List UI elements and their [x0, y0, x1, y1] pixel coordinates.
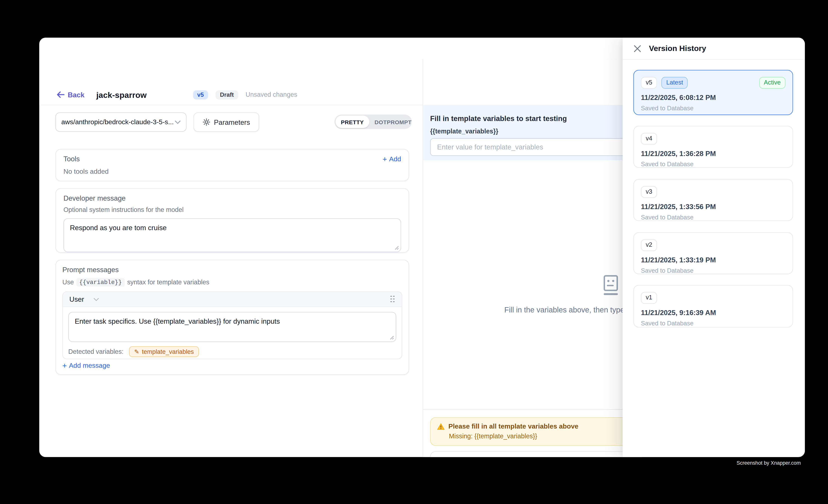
format-toggle: PRETTY DOTPROMPT [334, 115, 412, 129]
page-title: jack-sparrow [96, 90, 147, 99]
message-role-select[interactable]: User [70, 295, 84, 303]
version-card-v3[interactable]: v3 11/21/2025, 1:33:56 PM Saved to Datab… [633, 179, 793, 221]
model-selector[interactable]: aws/anthropic/bedrock-claude-3-5-s... [55, 112, 187, 132]
developer-message-title: Developer message [64, 194, 401, 202]
back-button[interactable]: Back [57, 90, 84, 99]
add-tool-button[interactable]: + Add [382, 155, 401, 163]
tools-card: Tools + Add No tools added [55, 149, 409, 181]
developer-message-subtitle: Optional system instructions for the mod… [64, 206, 401, 213]
version-timestamp: 11/21/2025, 1:36:28 PM [641, 149, 786, 157]
version-timestamp: 11/22/2025, 6:08:12 PM [641, 93, 786, 101]
back-label: Back [68, 90, 84, 99]
pencil-icon: ✎ [134, 349, 139, 354]
plus-icon: + [62, 362, 67, 370]
syntax-suffix: syntax for template variables [127, 279, 209, 286]
developer-message-card: Developer message Optional system instru… [55, 188, 409, 253]
chevron-down-icon [175, 120, 181, 124]
version-card-v5[interactable]: v5 Latest Active 11/22/2025, 6:08:12 PM … [633, 70, 793, 115]
bot-face-icon [601, 274, 621, 296]
arrow-left-icon [57, 91, 65, 98]
version-timestamp: 11/21/2025, 1:33:56 PM [641, 203, 786, 211]
latest-badge: Latest [661, 77, 688, 88]
version-chip: v1 [641, 292, 657, 303]
resize-handle-icon[interactable] [395, 246, 399, 250]
message-input[interactable]: Enter task specifics. Use {{template_var… [68, 312, 396, 342]
add-message-button[interactable]: + Add message [62, 362, 110, 370]
detected-variables-row: Detected variables: ✎ template_variables [68, 346, 402, 357]
warning-title: Please fill in all template variables ab… [448, 423, 578, 430]
variable-code-chip: {{variable}} [77, 278, 125, 287]
chat-input-box[interactable] [430, 451, 642, 457]
prompt-messages-title: Prompt messages [62, 265, 402, 274]
version-badge: v5 [193, 90, 208, 99]
template-variable-chip[interactable]: ✎ template_variables [129, 346, 199, 357]
app-window: Back jack-sparrow v5 Draft Unsaved chang… [39, 38, 805, 457]
version-timestamp: 11/21/2025, 9:16:39 AM [641, 308, 786, 317]
version-card-v1[interactable]: v1 11/21/2025, 9:16:39 AM Saved to Datab… [633, 285, 793, 328]
prompt-header: Back jack-sparrow v5 Draft Unsaved chang… [39, 59, 423, 106]
version-chip: v4 [641, 133, 657, 144]
message-block: User Enter task specifics. Use {{templat… [62, 292, 402, 359]
model-selector-value: aws/anthropic/bedrock-claude-3-5-s... [61, 118, 175, 126]
template-variable-name: template_variables [142, 348, 194, 355]
message-value: Enter task specifics. Use {{template_var… [75, 317, 280, 325]
watermark-text: Screenshot by Xnapper.com [737, 460, 801, 466]
tools-title: Tools [64, 155, 80, 163]
add-tool-label: Add [389, 155, 401, 163]
draft-badge: Draft [216, 90, 238, 99]
message-header: User [63, 292, 402, 307]
version-card-v2[interactable]: v2 11/21/2025, 1:33:19 PM Saved to Datab… [633, 232, 793, 274]
version-chip: v2 [641, 239, 657, 251]
add-message-label: Add message [69, 362, 110, 370]
version-history-panel: Version History v5 Latest Active 11/22/2… [623, 38, 805, 457]
format-option-dotprompt[interactable]: DOTPROMPT [369, 116, 417, 128]
syntax-hint: Use {{variable}} syntax for template var… [62, 278, 402, 287]
screenshot-stage: Back jack-sparrow v5 Draft Unsaved chang… [0, 0, 828, 504]
version-chip: v5 [641, 77, 657, 88]
plus-icon: + [382, 155, 387, 163]
unsaved-changes-label: Unsaved changes [246, 91, 297, 98]
active-badge: Active [759, 77, 785, 88]
parameters-button[interactable]: Parameters [194, 112, 259, 132]
close-icon[interactable] [632, 43, 642, 53]
chevron-down-icon[interactable] [94, 298, 99, 301]
resize-handle-icon[interactable] [390, 336, 394, 340]
template-variable-input[interactable] [430, 138, 656, 156]
prompt-messages-card: Prompt messages Use {{variable}} syntax … [55, 260, 409, 375]
version-chip: v3 [641, 186, 657, 198]
version-storage: Saved to Database [641, 161, 786, 167]
version-storage: Saved to Database [641, 214, 786, 220]
drag-handle-icon[interactable] [390, 295, 395, 303]
empty-state-text: Fill in the variables above, then type [504, 305, 624, 314]
warning-banner: Please fill in all template variables ab… [430, 417, 642, 446]
warning-detail: Missing: {{template_variables}} [449, 432, 635, 440]
version-history-header: Version History [623, 38, 805, 60]
gear-icon [203, 118, 210, 126]
version-storage: Saved to Database [641, 267, 786, 274]
format-option-pretty[interactable]: PRETTY [335, 116, 369, 128]
version-storage: Saved to Database [641, 104, 786, 111]
version-card-v4[interactable]: v4 11/21/2025, 1:36:28 PM Saved to Datab… [633, 126, 793, 168]
developer-message-input[interactable]: Respond as you are tom cruise [64, 218, 401, 252]
syntax-prefix: Use [62, 279, 74, 286]
version-history-title: Version History [649, 44, 706, 53]
version-storage: Saved to Database [641, 320, 786, 326]
detected-variables-label: Detected variables: [68, 348, 124, 355]
version-timestamp: 11/21/2025, 1:33:19 PM [641, 256, 786, 264]
developer-message-value: Respond as you are tom cruise [70, 224, 167, 232]
tools-empty-text: No tools added [64, 168, 401, 175]
parameters-label: Parameters [214, 118, 250, 126]
warning-icon [437, 423, 445, 430]
